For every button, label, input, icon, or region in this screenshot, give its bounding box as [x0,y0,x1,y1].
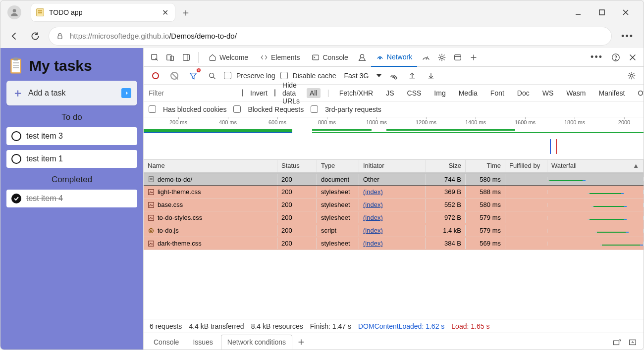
hide-data-urls-checkbox[interactable] [274,89,275,97]
request-initiator[interactable]: (index) [359,199,426,210]
checkbox-checked-icon[interactable] [11,194,21,203]
network-row[interactable]: demo-to-do/200documentOther744 B580 ms [144,173,644,186]
network-row[interactable]: base.css200stylesheet(index)552 B580 ms [144,199,644,211]
col-name[interactable]: Name [144,160,277,172]
network-settings-icon[interactable] [625,69,639,83]
search-icon[interactable] [205,69,219,83]
tab-console[interactable]: Console [307,48,353,67]
network-row[interactable]: to-do-styles.css200stylesheet(index)972 … [144,211,644,224]
performance-icon[interactable] [419,50,433,64]
blocked-requests-checkbox[interactable] [233,105,241,113]
request-initiator[interactable]: (index) [359,212,426,223]
close-window-icon[interactable] [620,6,632,18]
type-filter[interactable]: Manifest [595,88,628,98]
network-row[interactable]: dark-theme.css200stylesheet(index)384 B5… [144,237,644,250]
col-status[interactable]: Status [277,160,317,172]
type-filter[interactable]: Media [456,88,481,98]
request-initiator[interactable]: (index) [359,186,426,198]
close-tab-icon[interactable]: ✕ [161,8,169,16]
type-filter[interactable]: Doc [514,88,533,98]
drawer-tab-network-conditions[interactable]: Network conditions [221,335,292,350]
devtools-close-icon[interactable] [626,50,640,64]
task-item-done[interactable]: test item 4 [6,190,137,207]
checkbox-unchecked-icon[interactable] [11,154,21,164]
network-conditions-icon[interactable] [386,69,400,83]
help-icon[interactable] [609,50,623,64]
invert-checkbox[interactable] [242,89,243,97]
timeline-tick: 1200 ms [416,119,436,125]
disable-cache-checkbox[interactable] [280,72,288,79]
type-filter-all[interactable]: All [307,88,321,98]
record-icon[interactable] [149,69,162,83]
col-waterfall[interactable]: Waterfall▲ [547,160,644,172]
throttling-select[interactable]: Fast 3G [341,71,372,81]
address-bar[interactable]: https://microsoftedge.github.io/Demos/de… [49,27,611,45]
request-size: 1.4 kB [426,225,466,236]
col-initiator[interactable]: Initiator [359,160,426,172]
has-blocked-checkbox[interactable] [149,105,156,113]
new-tab-button[interactable]: ＋ [179,5,193,19]
filter-toggle-icon[interactable]: × [186,69,200,83]
download-icon[interactable] [424,69,438,83]
reload-button[interactable] [28,29,42,43]
maximize-icon[interactable] [596,6,608,18]
type-filter[interactable]: JS [383,88,397,98]
request-name: base.css [158,201,183,208]
preserve-log-checkbox[interactable] [224,72,231,79]
request-fulfilled [505,190,547,194]
drawer-add-icon[interactable] [294,335,308,349]
profile-avatar[interactable] [7,5,21,19]
chevron-down-icon[interactable] [376,74,381,77]
network-row[interactable]: light-theme.css200stylesheet(index)369 B… [144,186,644,199]
browser-menu-icon[interactable]: ••• [618,31,637,42]
col-size[interactable]: Size [426,160,466,172]
section-todo-heading: To do [6,112,137,122]
request-initiator[interactable]: (index) [359,238,426,249]
lock-icon [56,32,64,40]
col-fulfilled[interactable]: Fulfilled by [505,160,547,172]
minimize-icon[interactable] [572,6,584,18]
network-timeline[interactable]: 200 ms400 ms600 ms800 ms1000 ms1200 ms14… [144,117,644,160]
drawer-tab-issues[interactable]: Issues [187,335,218,349]
filter-input[interactable] [149,87,235,99]
type-filter[interactable]: WS [539,88,557,98]
type-filter[interactable]: Other [635,88,644,98]
dock-icon[interactable] [179,50,193,64]
request-status: 200 [277,186,317,198]
inspect-icon[interactable] [148,50,161,64]
svg-point-18 [360,54,364,57]
more-tabs-icon[interactable] [467,50,481,64]
network-row[interactable]: to-do.js200script(index)1.4 kB579 ms [144,224,644,237]
sources-icon[interactable] [355,50,369,64]
type-filter[interactable]: Wasm [563,88,589,98]
devtools-menu-icon[interactable]: ••• [588,52,606,62]
browser-tab[interactable]: TODO app ✕ [31,3,175,21]
drawer-tab-console[interactable]: Console [148,335,185,349]
tab-elements[interactable]: Elements [255,48,305,67]
svg-point-27 [615,59,616,59]
task-item[interactable]: test item 1 [6,150,137,168]
tab-welcome[interactable]: Welcome [204,48,253,67]
type-filter[interactable]: Fetch/XHR [336,88,376,98]
settings-gear-icon[interactable] [435,50,449,64]
drawer-collapse-icon[interactable] [626,335,640,349]
third-party-checkbox[interactable] [311,105,318,113]
type-filter[interactable]: Font [487,88,507,98]
device-toggle-icon[interactable] [163,50,177,64]
task-item[interactable]: test item 3 [6,127,137,145]
col-time[interactable]: Time [466,160,505,172]
tab-network[interactable]: Network [371,48,417,67]
drawer-expand-icon[interactable] [610,335,624,349]
submit-icon[interactable] [121,88,131,98]
col-type[interactable]: Type [317,160,359,172]
task-text: test item 3 [26,132,63,141]
checkbox-unchecked-icon[interactable] [11,131,21,141]
request-initiator[interactable]: (index) [359,225,426,236]
type-filter[interactable]: CSS [404,88,425,98]
type-filter[interactable]: Img [431,88,448,98]
application-icon[interactable] [451,50,465,64]
add-task-input[interactable]: ＋ Add a task [6,81,137,105]
clear-icon[interactable] [167,69,181,83]
back-button[interactable] [7,29,21,43]
upload-icon[interactable] [405,69,419,83]
